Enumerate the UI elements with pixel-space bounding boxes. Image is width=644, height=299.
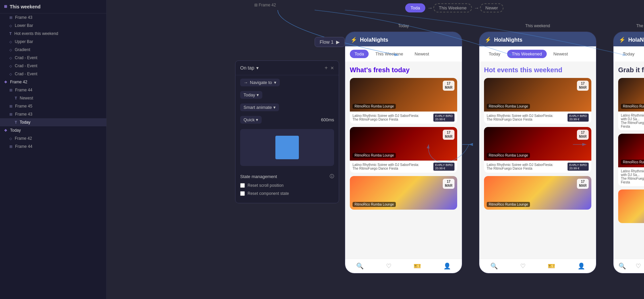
- component-icon: ❖: [4, 128, 7, 133]
- heart-bottom-icon[interactable]: ♡: [386, 262, 391, 270]
- sidebar-item-gradient[interactable]: ◇ Gradient: [0, 46, 106, 54]
- heart-bottom-icon-w[interactable]: ♡: [520, 262, 526, 270]
- phone-frame-weekend: ⚡ HolaNights Today This Weekened Newest …: [479, 32, 596, 273]
- sidebar-item-frame42-2[interactable]: ◇ Frame 42: [0, 134, 106, 142]
- venue-tag-1: RitmoRico Rumba Lounge: [353, 104, 396, 109]
- tab-newest[interactable]: Newest: [410, 50, 434, 58]
- reset-component-checkbox[interactable]: [240, 191, 245, 196]
- search-bottom-icon-n[interactable]: 🔍: [619, 262, 626, 270]
- sidebar-item-today[interactable]: T Today: [0, 118, 106, 126]
- sidebar-item-frame43-2[interactable]: ⊞ Frame 43: [0, 110, 106, 118]
- destination-row: Today ▾: [235, 88, 339, 100]
- phone-wrapper-weekend: This weekend ⚡ HolaNights Today This Wee…: [479, 24, 596, 273]
- on-tap-actions: + ✕: [325, 65, 334, 71]
- phone-header-today: ⚡ HolaNights: [345, 32, 462, 46]
- sidebar-title: This weekend: [10, 4, 41, 9]
- phone-label-newest: The newest: [636, 24, 644, 28]
- close-panel-button[interactable]: ✕: [330, 66, 334, 71]
- sidebar-item-crad-event-2[interactable]: ◇ Crad - Event: [0, 62, 106, 70]
- profile-bottom-icon[interactable]: 👤: [443, 262, 451, 270]
- flow-arrow-1: →: [427, 5, 433, 11]
- animation-row: Smart animate ▾: [235, 100, 339, 113]
- item-label: Hot events this weekend: [14, 31, 58, 36]
- diamond-icon: ◇: [9, 48, 12, 52]
- node-label: Newer: [485, 5, 498, 10]
- grid-icon: ⊞: [9, 112, 12, 117]
- card-body-n1: Latino Rhythmic Soiree with DJ Sa... The…: [618, 112, 644, 130]
- card-info-1: Latino Rhythmic Soiree with DJ SaborFies…: [353, 114, 419, 121]
- event-image-2: 17MAR RitmoRico Rumba Lounge: [350, 127, 457, 161]
- animation-dropdown[interactable]: Smart animate ▾: [240, 103, 279, 111]
- item-label: Frame 45: [15, 104, 32, 109]
- date-badge-2: 17MAR: [443, 130, 454, 140]
- flow-node-this-weekened[interactable]: This Weekene: [433, 3, 472, 12]
- sidebar-item-frame45[interactable]: ⊞ Frame 45: [0, 102, 106, 110]
- event-card-1: 17MAR RitmoRico Rumba Lounge Latino Rhyt…: [350, 78, 457, 124]
- tab-this-weekened[interactable]: This Weekene: [371, 50, 408, 58]
- sidebar-item-frame44-2[interactable]: ⊞ Frame 44: [0, 142, 106, 151]
- tab-newest-w[interactable]: Newest: [549, 50, 573, 58]
- early-bird-badge-2: EARLY BIRD20.99 €: [433, 163, 454, 171]
- sidebar-item-frame42[interactable]: ❖ Frame 42: [0, 78, 106, 86]
- sidebar-header[interactable]: ⊞ This weekend: [0, 0, 106, 13]
- sidebar-item-crad-event-3[interactable]: ◇ Crad - Event: [0, 70, 106, 78]
- tab-today-w[interactable]: Today: [484, 50, 505, 58]
- sidebar-item-frame44[interactable]: ⊞ Frame 44: [0, 86, 106, 94]
- event-card-w2: 17MAR RitmoRico Rumba Lounge Latino Rhyt…: [484, 127, 591, 173]
- sidebar-item-frame43-top[interactable]: ⊞ Frame 43: [0, 13, 106, 22]
- on-tap-panel: On tap ▾ + ✕ → Navigate to ▾ Today ▾ Sm: [235, 60, 339, 203]
- tab-today-n[interactable]: Today: [618, 50, 639, 58]
- item-label: Crad - Event: [15, 63, 37, 68]
- sidebar-item-hot-events[interactable]: T Hot events this weekend: [0, 30, 106, 38]
- reset-scroll-label: Reset scroll position: [248, 183, 283, 188]
- section-title-today: What's fresh today: [350, 66, 457, 74]
- ticket-bottom-icon[interactable]: 🎫: [414, 262, 421, 270]
- sidebar-item-crad-event-1[interactable]: ◇ Crad - Event: [0, 54, 106, 62]
- item-label: Frame 42: [15, 136, 32, 141]
- item-label: Frame 43: [15, 15, 32, 20]
- navigate-to-button[interactable]: → Navigate to ▾: [240, 79, 280, 86]
- tab-toda[interactable]: Toda: [350, 50, 369, 58]
- item-label: Gradient: [15, 47, 30, 52]
- item-label: Crad - Event: [15, 55, 37, 60]
- phone-bottom-nav-newest: 🔍 ♡ 🎫 👤: [613, 259, 644, 273]
- add-interaction-button[interactable]: +: [325, 65, 328, 71]
- reset-scroll-row: Reset scroll position: [235, 181, 339, 189]
- venue-tag-n2: RitmoRico Rumba Lounge: [621, 160, 644, 165]
- profile-bottom-icon-w[interactable]: 👤: [578, 262, 585, 270]
- search-bottom-icon-w[interactable]: 🔍: [490, 262, 498, 270]
- destination-dropdown[interactable]: Today ▾: [240, 91, 262, 99]
- ticket-bottom-icon-w[interactable]: 🎫: [548, 262, 555, 270]
- tab-this-weeke-n[interactable]: This Weeke: [641, 50, 644, 58]
- event-card-w3: 17MAR RitmoRico Rumba Lounge: [484, 176, 591, 210]
- reset-scroll-checkbox[interactable]: [240, 183, 245, 188]
- nav-arrow-icon: →: [244, 80, 248, 85]
- event-card-n1: 17MAR RitmoRico Rumba Lounge Latino Rhyt…: [618, 78, 644, 130]
- phone-app-title-3: HolaNights: [628, 37, 644, 43]
- card-body-n2: Latino Rhythmic Soiree with DJ Sa... The…: [618, 167, 644, 186]
- on-tap-title[interactable]: On tap ▾: [240, 65, 259, 71]
- navigate-row: → Navigate to ▾: [235, 75, 339, 88]
- venue-tag-n1: RitmoRico Rumba Lounge: [621, 104, 644, 109]
- early-bird-badge-w1: EARLY BIRD20.99 €: [568, 114, 589, 122]
- sidebar-item-upper-bar[interactable]: ◇ Upper Bar: [0, 38, 106, 46]
- item-label: Lower Bar: [15, 23, 33, 28]
- card-info-w2: Latino Rhythmic Soiree with DJ SaborFies…: [487, 163, 553, 170]
- event-image-n3: [618, 189, 644, 223]
- event-image-n1: 17MAR RitmoRico Rumba Lounge: [618, 78, 644, 112]
- heart-bottom-icon-n[interactable]: ♡: [636, 262, 641, 270]
- speed-dropdown[interactable]: Quick ▾: [240, 116, 262, 124]
- sidebar-item-lower-bar[interactable]: ◇ Lower Bar: [0, 22, 106, 30]
- sidebar-item-newest[interactable]: T Newest: [0, 94, 106, 102]
- preview-square: [275, 136, 299, 159]
- phone-app-title: HolaNights: [360, 37, 388, 43]
- search-bottom-icon[interactable]: 🔍: [356, 262, 364, 270]
- flow-label[interactable]: Flow 1 ▶: [315, 37, 345, 47]
- flow-node-newer[interactable]: Newer: [480, 3, 503, 12]
- sidebar-item-today-group[interactable]: ❖ Today: [0, 126, 106, 134]
- flow-node-toda[interactable]: Toda: [405, 3, 425, 12]
- state-management-header: State management ⓘ: [235, 170, 339, 181]
- tab-this-weekened-w[interactable]: This Weekened: [507, 50, 547, 58]
- flow-play-icon: ▶: [336, 39, 340, 45]
- phone-label-weekend: This weekend: [525, 24, 550, 28]
